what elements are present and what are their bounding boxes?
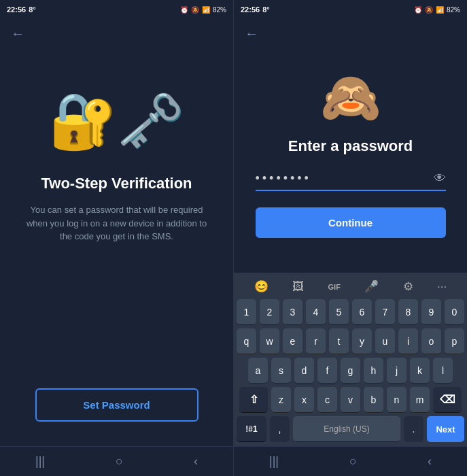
key-5[interactable]: 5 (329, 299, 349, 325)
keyboard-row-zxcv: ⇧ z x c v b n m ⌫ (237, 387, 464, 413)
key-0[interactable]: 0 (445, 299, 464, 325)
key-e[interactable]: e (283, 328, 302, 354)
special-chars-key[interactable]: !#1 (237, 416, 266, 442)
right-temp: 8° (262, 5, 270, 14)
shift-key[interactable]: ⇧ (239, 387, 268, 413)
left-temp: 8° (29, 5, 36, 14)
right-signal-icon: 📶 (436, 6, 444, 14)
key-u[interactable]: u (375, 328, 395, 354)
lock-emoji: 🔐 (49, 90, 117, 151)
backspace-key[interactable]: ⌫ (433, 387, 462, 413)
right-time: 22:56 (241, 5, 260, 14)
key-v[interactable]: v (341, 387, 360, 413)
comma-key[interactable]: , (270, 416, 290, 442)
more-icon[interactable]: ··· (437, 280, 447, 294)
toggle-visibility-icon[interactable]: 👁 (434, 171, 446, 186)
left-status-icons: ⏰ 🔕 📶 82% (180, 6, 226, 14)
key-m[interactable]: m (410, 387, 430, 413)
right-silent-icon: 🔕 (425, 6, 433, 14)
left-status-bar: 22:56 8° ⏰ 🔕 📶 82% (0, 0, 233, 19)
key-emoji: 🗝️ (117, 90, 185, 151)
key-i[interactable]: i (398, 328, 418, 354)
sticker-icon[interactable]: 🖼 (292, 280, 304, 294)
key-4[interactable]: 4 (306, 299, 326, 325)
keyboard-bottom-row: !#1 , English (US) . Next (237, 416, 464, 442)
key-o[interactable]: o (421, 328, 441, 354)
keyboard-toolbar: 😊 🖼 GIF 🎤 ⚙ ··· (237, 277, 464, 296)
right-back-button[interactable]: ← (234, 19, 269, 48)
key-q[interactable]: q (237, 328, 256, 354)
nav-back-icon[interactable]: ‹ (194, 454, 198, 469)
battery-text: 82% (213, 6, 226, 14)
key-a[interactable]: a (248, 358, 268, 384)
left-status-time-area: 22:56 8° (7, 5, 36, 14)
next-key[interactable]: Next (427, 416, 464, 442)
key-3[interactable]: 3 (283, 299, 302, 325)
keyboard-row-asdf: a s d f g h j k l (237, 358, 464, 384)
right-nav-home-icon[interactable]: ○ (349, 454, 357, 469)
key-n[interactable]: n (387, 387, 407, 413)
key-z[interactable]: z (271, 387, 291, 413)
left-time: 22:56 (7, 5, 26, 14)
key-g[interactable]: g (341, 358, 360, 384)
right-nav-back-icon[interactable]: ‹ (428, 454, 432, 469)
microphone-icon[interactable]: 🎤 (364, 279, 379, 294)
period-key[interactable]: . (404, 416, 423, 442)
keyboard-row-numbers: 1 2 3 4 5 6 7 8 9 0 (237, 299, 464, 325)
alarm-icon: ⏰ (180, 6, 188, 14)
two-step-description: You can set a password that will be requ… (0, 203, 233, 243)
nav-recent-icon[interactable]: ||| (35, 454, 45, 469)
gif-icon[interactable]: GIF (328, 283, 341, 291)
left-back-button[interactable]: ← (0, 19, 35, 48)
key-7[interactable]: 7 (375, 299, 395, 325)
key-r[interactable]: r (306, 328, 326, 354)
right-bottom-nav: ||| ○ ‹ (234, 446, 467, 476)
key-h[interactable]: h (364, 358, 383, 384)
settings-icon[interactable]: ⚙ (403, 279, 413, 294)
key-6[interactable]: 6 (352, 299, 372, 325)
left-panel: 22:56 8° ⏰ 🔕 📶 82% ← 🔐🗝️ Two-Step Verifi… (0, 0, 233, 476)
silent-icon: 🔕 (191, 6, 199, 14)
monkey-see-no-evil-icon: 🙈 (320, 69, 381, 126)
key-p[interactable]: p (445, 328, 464, 354)
key-l[interactable]: l (433, 358, 453, 384)
set-password-button[interactable]: Set Password (35, 388, 198, 422)
key-w[interactable]: w (260, 328, 279, 354)
right-panel: 22:56 8° ⏰ 🔕 📶 82% ← 🙈 Enter a password … (233, 0, 467, 476)
on-screen-keyboard: 😊 🖼 GIF 🎤 ⚙ ··· 1 2 3 4 5 6 7 8 9 0 q w … (234, 273, 467, 446)
key-k[interactable]: k (410, 358, 430, 384)
signal-icon: 📶 (202, 6, 210, 14)
right-status-time-area: 22:56 8° (241, 5, 270, 14)
lock-key-icon: 🔐🗝️ (49, 89, 185, 153)
space-key[interactable]: English (US) (293, 416, 400, 442)
emoji-icon[interactable]: 😊 (254, 279, 269, 294)
right-status-icons: ⏰ 🔕 📶 82% (414, 6, 460, 14)
key-1[interactable]: 1 (237, 299, 256, 325)
key-9[interactable]: 9 (421, 299, 441, 325)
key-t[interactable]: t (329, 328, 349, 354)
key-y[interactable]: y (352, 328, 372, 354)
key-s[interactable]: s (271, 358, 291, 384)
right-alarm-icon: ⏰ (414, 6, 422, 14)
key-8[interactable]: 8 (398, 299, 418, 325)
right-status-bar: 22:56 8° ⏰ 🔕 📶 82% (234, 0, 467, 19)
password-input[interactable]: •••••••• (256, 171, 434, 186)
enter-password-title: Enter a password (288, 137, 413, 155)
key-j[interactable]: j (387, 358, 407, 384)
right-battery-text: 82% (447, 6, 460, 14)
password-input-wrapper: •••••••• 👁 (256, 171, 446, 191)
left-bottom-nav: ||| ○ ‹ (0, 446, 233, 476)
key-d[interactable]: d (294, 358, 314, 384)
key-x[interactable]: x (294, 387, 314, 413)
key-f[interactable]: f (317, 358, 337, 384)
keyboard-row-qwerty: q w e r t y u i o p (237, 328, 464, 354)
nav-home-icon[interactable]: ○ (116, 454, 123, 469)
key-2[interactable]: 2 (260, 299, 279, 325)
key-c[interactable]: c (317, 387, 337, 413)
right-nav-recent-icon[interactable]: ||| (269, 454, 279, 469)
continue-button[interactable]: Continue (256, 207, 446, 238)
two-step-title: Two-Step Verification (41, 175, 192, 192)
key-b[interactable]: b (364, 387, 383, 413)
